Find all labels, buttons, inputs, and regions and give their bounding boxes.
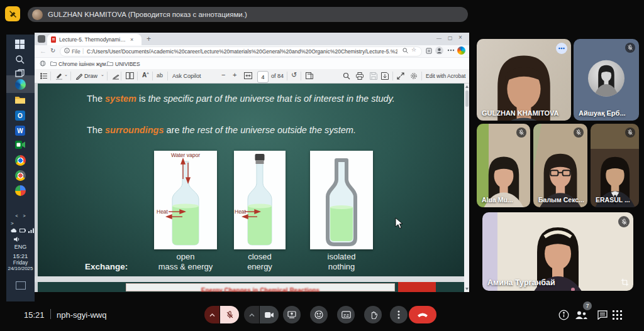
- save-icon[interactable]: [370, 72, 377, 80]
- raise-hand-button[interactable]: [364, 306, 382, 323]
- word-icon[interactable]: W: [15, 126, 26, 136]
- participants-button[interactable]: [575, 310, 587, 320]
- video-tile-balym[interactable]: Балым Секс...: [533, 124, 587, 207]
- video-tile-erasul[interactable]: ERASUL ...: [591, 124, 639, 207]
- scroll-down-arrow[interactable]: [465, 288, 469, 290]
- task-view-icon[interactable]: [15, 69, 26, 80]
- search-document-icon[interactable]: [343, 72, 350, 80]
- water-vapor-label: Water vapor: [171, 152, 200, 158]
- highlighter-dropdown-chevron[interactable]: ⌄: [64, 72, 68, 77]
- closed-caption: closedenergy: [216, 252, 304, 272]
- chat-button[interactable]: [597, 310, 608, 320]
- settings-gear-icon[interactable]: [410, 72, 418, 80]
- rotate-icon[interactable]: ↺: [291, 71, 297, 79]
- video-tile-alua[interactable]: Alua Mu...: [477, 124, 530, 207]
- bookmark-globe-icon[interactable]: [40, 60, 46, 67]
- crop-icon[interactable]: [621, 278, 629, 286]
- edit-with-acrobat-button[interactable]: Edit with Acrobat: [426, 73, 465, 79]
- slide-sentence-system: The system is the specific part of the u…: [87, 92, 414, 106]
- bookmark-folder-univibes[interactable]: UNIVIBES: [115, 61, 140, 67]
- tile-more-options-button[interactable]: [556, 43, 567, 54]
- mic-options-chevron[interactable]: [204, 306, 219, 323]
- page-number-input[interactable]: 4: [257, 71, 269, 83]
- taskbar-overflow-arrows[interactable]: < >: [6, 214, 35, 218]
- mic-off-icon: [625, 128, 635, 138]
- activities-button[interactable]: [613, 310, 622, 320]
- photos-icon[interactable]: [15, 185, 26, 196]
- back-icon[interactable]: ←: [40, 47, 47, 55]
- tab-close-icon[interactable]: ×: [130, 36, 133, 43]
- new-tab-button[interactable]: +: [147, 35, 151, 43]
- toc-icon[interactable]: [40, 72, 48, 80]
- browser-menu-icon[interactable]: [447, 46, 455, 54]
- video-tile-gulzhan[interactable]: GULZHAN KHAMITOVA: [477, 39, 571, 121]
- show-desktop-button[interactable]: [16, 281, 26, 290]
- save-as-icon[interactable]: [381, 72, 389, 80]
- page-view-icon[interactable]: [126, 72, 134, 79]
- avatar: [588, 60, 625, 97]
- draw-dropdown-chevron[interactable]: ⌄: [101, 72, 104, 77]
- camera-button[interactable]: [260, 306, 279, 323]
- isolated-system-figure: [310, 151, 373, 249]
- scroll-up-arrow[interactable]: [465, 85, 469, 88]
- start-button-icon[interactable]: [15, 40, 26, 50]
- annotations-toggle-button[interactable]: [5, 6, 20, 21]
- window-maximize-button[interactable]: ▢: [448, 35, 453, 41]
- file-explorer-icon[interactable]: [15, 95, 26, 106]
- meet-icon[interactable]: [15, 141, 26, 151]
- zoom-out-icon[interactable]: −: [221, 71, 225, 79]
- zoom-in-icon[interactable]: +: [233, 71, 236, 79]
- captions-button[interactable]: [337, 306, 355, 323]
- more-options-button[interactable]: [390, 306, 408, 323]
- profile-avatar[interactable]: [435, 46, 443, 55]
- chat-icon: [597, 310, 608, 320]
- chrome-icon[interactable]: [15, 155, 26, 166]
- window-close-button[interactable]: ×: [458, 34, 462, 41]
- video-tile-amina[interactable]: Амина Турганбай: [482, 212, 633, 291]
- speaker-icon[interactable]: [14, 236, 21, 242]
- mic-muted-button[interactable]: [220, 306, 239, 323]
- favorite-star-icon[interactable]: ☆: [411, 46, 416, 53]
- more-vertical-icon: [397, 310, 400, 319]
- draw-pen-icon[interactable]: [75, 72, 83, 80]
- taskbar-language[interactable]: ENG: [6, 244, 35, 250]
- outlook-icon[interactable]: O: [15, 111, 26, 121]
- meeting-code: nph-sgyi-wwq: [57, 310, 106, 320]
- fullscreen-icon[interactable]: [397, 72, 404, 80]
- present-screen-button[interactable]: [283, 306, 301, 323]
- taskbar-time[interactable]: 15:21: [6, 252, 35, 259]
- camera-options-chevron[interactable]: [244, 306, 259, 323]
- meeting-details-button[interactable]: [558, 310, 569, 320]
- chrome-profile-icon[interactable]: [15, 170, 26, 181]
- fit-to-width-icon[interactable]: [244, 72, 252, 79]
- collections-icon[interactable]: [426, 48, 432, 54]
- draw-label[interactable]: Draw: [84, 73, 97, 79]
- pdf-scrollbar[interactable]: [464, 84, 469, 292]
- end-call-button[interactable]: [409, 306, 436, 323]
- page-layout-icon[interactable]: [306, 72, 313, 79]
- search-in-page-icon[interactable]: [402, 48, 408, 53]
- search-icon[interactable]: [15, 55, 26, 65]
- video-tile-aishuak[interactable]: Айшуақ Ерб...: [574, 39, 639, 121]
- copilot-icon[interactable]: [457, 46, 465, 55]
- window-minimize-button[interactable]: —: [436, 35, 441, 41]
- tab-actions-icon[interactable]: [38, 35, 45, 43]
- participant-name: Амина Турганбай: [487, 278, 555, 287]
- mic-off-icon: [625, 43, 635, 53]
- present-icon: [287, 311, 296, 318]
- eraser-icon[interactable]: [112, 72, 119, 80]
- highlighter-icon[interactable]: [55, 72, 63, 80]
- emoji-reactions-button[interactable]: [310, 306, 328, 323]
- text-size-icon[interactable]: A^: [142, 72, 149, 79]
- scrollbar-thumb[interactable]: [465, 90, 469, 107]
- print-icon[interactable]: [356, 72, 364, 80]
- browser-tab[interactable]: Lecture-5. Thermodynamics.pdf ×: [47, 34, 142, 45]
- bookmark-folder-chrome[interactable]: Chrome ішінен жұм...: [58, 61, 111, 67]
- presenter-avatar: [32, 9, 43, 20]
- tray-expand-chevron[interactable]: >: [6, 220, 35, 226]
- read-aloud-icon[interactable]: ab: [157, 72, 163, 79]
- system-tray-icons[interactable]: [10, 228, 35, 233]
- refresh-icon[interactable]: ↻: [50, 47, 55, 54]
- edge-browser-icon[interactable]: [15, 79, 26, 90]
- ask-copilot-button[interactable]: Ask Copilot: [172, 73, 201, 79]
